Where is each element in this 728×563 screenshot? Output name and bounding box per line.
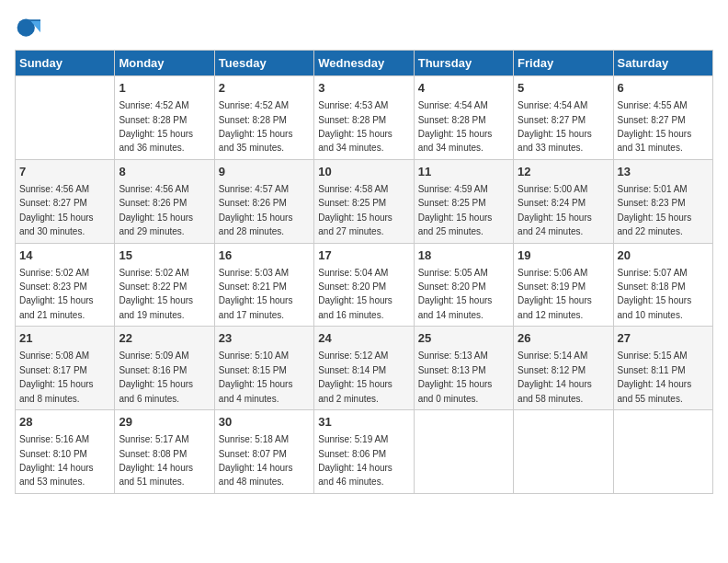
day-number: 1 <box>119 80 210 97</box>
calendar-cell: 12Sunrise: 5:00 AMSunset: 8:24 PMDayligh… <box>514 159 613 243</box>
calendar-cell: 3Sunrise: 4:53 AMSunset: 8:28 PMDaylight… <box>314 76 414 160</box>
day-info: Sunrise: 4:59 AMSunset: 8:25 PMDaylight:… <box>418 184 493 236</box>
calendar-week-row: 7Sunrise: 4:56 AMSunset: 8:27 PMDaylight… <box>16 159 713 243</box>
day-info: Sunrise: 5:15 AMSunset: 8:11 PMDaylight:… <box>618 350 692 403</box>
calendar-cell: 8Sunrise: 4:56 AMSunset: 8:26 PMDaylight… <box>115 159 214 243</box>
day-info: Sunrise: 5:10 AMSunset: 8:15 PMDaylight:… <box>219 350 293 403</box>
day-number: 26 <box>518 330 609 347</box>
day-number: 28 <box>19 414 110 431</box>
calendar-header-row: SundayMondayTuesdayWednesdayThursdayFrid… <box>16 51 713 76</box>
calendar-week-row: 1Sunrise: 4:52 AMSunset: 8:28 PMDaylight… <box>16 76 713 160</box>
day-info: Sunrise: 4:56 AMSunset: 8:27 PMDaylight:… <box>19 184 94 236</box>
day-info: Sunrise: 5:02 AMSunset: 8:22 PMDaylight:… <box>119 268 193 320</box>
day-number: 8 <box>119 164 210 180</box>
day-number: 30 <box>219 414 310 431</box>
day-number: 4 <box>418 80 509 97</box>
calendar-cell: 26Sunrise: 5:14 AMSunset: 8:12 PMDayligh… <box>514 327 613 410</box>
day-number: 31 <box>318 414 409 431</box>
calendar-cell: 31Sunrise: 5:19 AMSunset: 8:06 PMDayligh… <box>314 410 414 494</box>
calendar-week-row: 21Sunrise: 5:08 AMSunset: 8:17 PMDayligh… <box>16 327 713 410</box>
column-header-monday: Monday <box>115 51 214 76</box>
calendar-cell: 15Sunrise: 5:02 AMSunset: 8:22 PMDayligh… <box>115 243 214 327</box>
column-header-saturday: Saturday <box>613 51 712 76</box>
column-header-sunday: Sunday <box>16 51 115 76</box>
calendar-cell <box>613 410 712 494</box>
day-number: 20 <box>618 247 709 264</box>
day-info: Sunrise: 4:57 AMSunset: 8:26 PMDaylight:… <box>219 184 293 236</box>
calendar-cell: 5Sunrise: 4:54 AMSunset: 8:27 PMDaylight… <box>514 76 613 160</box>
day-number: 6 <box>618 80 709 97</box>
day-number: 9 <box>219 164 310 180</box>
day-number: 7 <box>19 164 110 180</box>
day-info: Sunrise: 4:58 AMSunset: 8:25 PMDaylight:… <box>318 184 392 236</box>
logo-icon <box>15 15 40 40</box>
day-info: Sunrise: 5:00 AMSunset: 8:24 PMDaylight:… <box>518 184 592 236</box>
calendar-cell: 9Sunrise: 4:57 AMSunset: 8:26 PMDaylight… <box>214 159 313 243</box>
column-header-thursday: Thursday <box>414 51 513 76</box>
day-number: 24 <box>318 330 409 347</box>
calendar-cell: 22Sunrise: 5:09 AMSunset: 8:16 PMDayligh… <box>115 327 214 410</box>
calendar-cell: 4Sunrise: 4:54 AMSunset: 8:28 PMDaylight… <box>414 76 513 160</box>
day-number: 12 <box>518 164 609 180</box>
day-number: 17 <box>318 247 409 264</box>
calendar-cell <box>514 410 613 494</box>
day-number: 2 <box>219 80 310 97</box>
day-number: 27 <box>618 330 709 347</box>
day-info: Sunrise: 4:54 AMSunset: 8:28 PMDaylight:… <box>418 100 493 153</box>
day-number: 3 <box>318 80 409 97</box>
calendar-cell: 2Sunrise: 4:52 AMSunset: 8:28 PMDaylight… <box>214 76 313 160</box>
calendar-cell: 14Sunrise: 5:02 AMSunset: 8:23 PMDayligh… <box>16 243 115 327</box>
calendar-table: SundayMondayTuesdayWednesdayThursdayFrid… <box>15 50 713 494</box>
day-number: 15 <box>119 247 210 264</box>
day-info: Sunrise: 4:52 AMSunset: 8:28 PMDaylight:… <box>219 100 293 153</box>
calendar-cell: 21Sunrise: 5:08 AMSunset: 8:17 PMDayligh… <box>16 327 115 410</box>
day-info: Sunrise: 5:14 AMSunset: 8:12 PMDaylight:… <box>518 350 592 403</box>
day-info: Sunrise: 5:09 AMSunset: 8:16 PMDaylight:… <box>119 350 193 403</box>
day-info: Sunrise: 5:02 AMSunset: 8:23 PMDaylight:… <box>19 268 94 320</box>
day-info: Sunrise: 4:53 AMSunset: 8:28 PMDaylight:… <box>318 100 392 153</box>
calendar-cell <box>414 410 513 494</box>
day-info: Sunrise: 5:16 AMSunset: 8:10 PMDaylight:… <box>19 434 94 487</box>
day-info: Sunrise: 4:52 AMSunset: 8:28 PMDaylight:… <box>119 100 193 153</box>
day-info: Sunrise: 5:17 AMSunset: 8:08 PMDaylight:… <box>119 434 193 487</box>
calendar-cell: 23Sunrise: 5:10 AMSunset: 8:15 PMDayligh… <box>214 327 313 410</box>
day-info: Sunrise: 5:03 AMSunset: 8:21 PMDaylight:… <box>219 268 293 320</box>
calendar-cell: 11Sunrise: 4:59 AMSunset: 8:25 PMDayligh… <box>414 159 513 243</box>
calendar-cell: 24Sunrise: 5:12 AMSunset: 8:14 PMDayligh… <box>314 327 414 410</box>
day-info: Sunrise: 5:06 AMSunset: 8:19 PMDaylight:… <box>518 268 592 320</box>
calendar-cell: 16Sunrise: 5:03 AMSunset: 8:21 PMDayligh… <box>214 243 313 327</box>
calendar-cell: 1Sunrise: 4:52 AMSunset: 8:28 PMDaylight… <box>115 76 214 160</box>
day-number: 14 <box>19 247 110 264</box>
calendar-cell: 17Sunrise: 5:04 AMSunset: 8:20 PMDayligh… <box>314 243 414 327</box>
day-info: Sunrise: 5:08 AMSunset: 8:17 PMDaylight:… <box>19 350 94 403</box>
day-number: 29 <box>119 414 210 431</box>
day-number: 18 <box>418 247 509 264</box>
calendar-cell: 29Sunrise: 5:17 AMSunset: 8:08 PMDayligh… <box>115 410 214 494</box>
day-info: Sunrise: 5:19 AMSunset: 8:06 PMDaylight:… <box>318 434 392 487</box>
calendar-cell: 25Sunrise: 5:13 AMSunset: 8:13 PMDayligh… <box>414 327 513 410</box>
column-header-friday: Friday <box>514 51 613 76</box>
calendar-cell <box>16 76 115 160</box>
day-number: 11 <box>418 164 509 180</box>
column-header-tuesday: Tuesday <box>214 51 313 76</box>
day-info: Sunrise: 5:12 AMSunset: 8:14 PMDaylight:… <box>318 350 392 403</box>
day-info: Sunrise: 4:54 AMSunset: 8:27 PMDaylight:… <box>518 100 592 153</box>
calendar-cell: 28Sunrise: 5:16 AMSunset: 8:10 PMDayligh… <box>16 410 115 494</box>
calendar-cell: 10Sunrise: 4:58 AMSunset: 8:25 PMDayligh… <box>314 159 414 243</box>
day-number: 22 <box>119 330 210 347</box>
day-number: 5 <box>518 80 609 97</box>
calendar-cell: 19Sunrise: 5:06 AMSunset: 8:19 PMDayligh… <box>514 243 613 327</box>
day-number: 16 <box>219 247 310 264</box>
calendar-cell: 6Sunrise: 4:55 AMSunset: 8:27 PMDaylight… <box>613 76 712 160</box>
day-info: Sunrise: 4:56 AMSunset: 8:26 PMDaylight:… <box>119 184 193 236</box>
day-info: Sunrise: 5:04 AMSunset: 8:20 PMDaylight:… <box>318 268 392 320</box>
day-number: 23 <box>219 330 310 347</box>
calendar-cell: 13Sunrise: 5:01 AMSunset: 8:23 PMDayligh… <box>613 159 712 243</box>
day-info: Sunrise: 5:05 AMSunset: 8:20 PMDaylight:… <box>418 268 493 320</box>
calendar-cell: 20Sunrise: 5:07 AMSunset: 8:18 PMDayligh… <box>613 243 712 327</box>
day-info: Sunrise: 5:07 AMSunset: 8:18 PMDaylight:… <box>618 268 692 320</box>
calendar-cell: 30Sunrise: 5:18 AMSunset: 8:07 PMDayligh… <box>214 410 313 494</box>
day-info: Sunrise: 4:55 AMSunset: 8:27 PMDaylight:… <box>618 100 692 153</box>
day-number: 19 <box>518 247 609 264</box>
column-header-wednesday: Wednesday <box>314 51 414 76</box>
